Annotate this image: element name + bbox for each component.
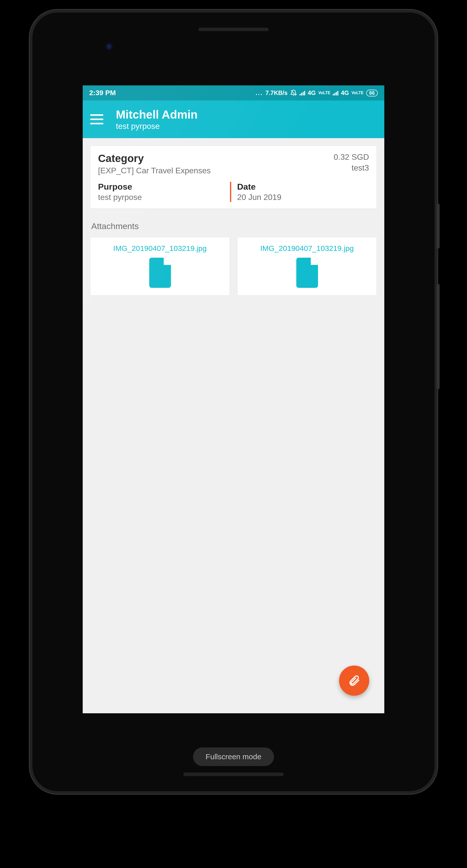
menu-icon[interactable] — [90, 114, 103, 124]
expense-card: Category [EXP_CT] Car Travel Expenses 0.… — [90, 146, 377, 209]
attachments-row: IMG_20190407_103219.jpg IMG_20190407_103… — [90, 237, 377, 296]
paperclip-icon — [348, 674, 360, 687]
status-data-rate: 7.7KB/s — [265, 89, 288, 96]
status-bar: 2:39 PM ... 7.7KB/s 4G VoLTE 4G VoLTE 66 — [83, 85, 384, 100]
file-icon — [295, 258, 320, 288]
card-top-row: Category [EXP_CT] Car Travel Expenses 0.… — [98, 152, 369, 175]
app-bar-titles: Mitchell Admin test pyrpose — [116, 108, 198, 131]
date-label: Date — [237, 182, 369, 192]
signal-icon — [333, 90, 338, 95]
date-column: Date 20 Jun 2019 — [230, 182, 369, 202]
battery-indicator: 66 — [366, 90, 378, 96]
attachment-item[interactable]: IMG_20190407_103219.jpg — [237, 237, 377, 296]
attachments-label: Attachments — [91, 221, 377, 231]
status-right-group: ... 7.7KB/s 4G VoLTE 4G VoLTE 66 — [256, 89, 378, 96]
category-label: Category — [98, 152, 211, 164]
card-bottom-row: Purpose test pyrpose Date 20 Jun 2019 — [98, 182, 369, 202]
content: Category [EXP_CT] Car Travel Expenses 0.… — [83, 138, 384, 303]
page-title: Mitchell Admin — [116, 108, 198, 122]
attachment-filename: IMG_20190407_103219.jpg — [113, 243, 207, 254]
page-subtitle: test pyrpose — [116, 122, 198, 131]
purpose-label: Purpose — [98, 182, 230, 192]
volte-label: VoLTE — [351, 91, 363, 95]
phone-frame: 2:39 PM ... 7.7KB/s 4G VoLTE 4G VoLTE 66 — [32, 12, 435, 791]
screen: 2:39 PM ... 7.7KB/s 4G VoLTE 4G VoLTE 66 — [83, 85, 384, 713]
attachment-filename: IMG_20190407_103219.jpg — [260, 243, 354, 254]
phone-side-button — [437, 284, 440, 389]
network-label: 4G — [341, 89, 349, 96]
app-bar: Mitchell Admin test pyrpose — [83, 100, 384, 138]
network-label: 4G — [308, 89, 316, 96]
notifications-off-icon — [290, 89, 297, 96]
attachment-item[interactable]: IMG_20190407_103219.jpg — [90, 237, 230, 296]
phone-camera — [105, 43, 113, 50]
status-dots: ... — [256, 89, 263, 96]
account-value: test3 — [333, 163, 369, 173]
date-value: 20 Jun 2019 — [237, 193, 369, 202]
status-time: 2:39 PM — [89, 89, 116, 97]
purpose-value: test pyrpose — [98, 193, 230, 202]
fullscreen-mode-pill[interactable]: Fullscreen mode — [193, 747, 274, 766]
signal-icon — [300, 90, 305, 95]
purpose-column: Purpose test pyrpose — [98, 182, 230, 202]
file-icon — [148, 258, 173, 288]
attach-fab-button[interactable] — [339, 665, 369, 696]
amount-value: 0.32 SGD — [333, 152, 369, 162]
phone-speaker — [198, 28, 269, 31]
category-value: [EXP_CT] Car Travel Expenses — [98, 166, 211, 175]
volte-label: VoLTE — [318, 91, 330, 95]
phone-bottom-speaker — [183, 773, 284, 776]
phone-side-button — [437, 204, 440, 249]
